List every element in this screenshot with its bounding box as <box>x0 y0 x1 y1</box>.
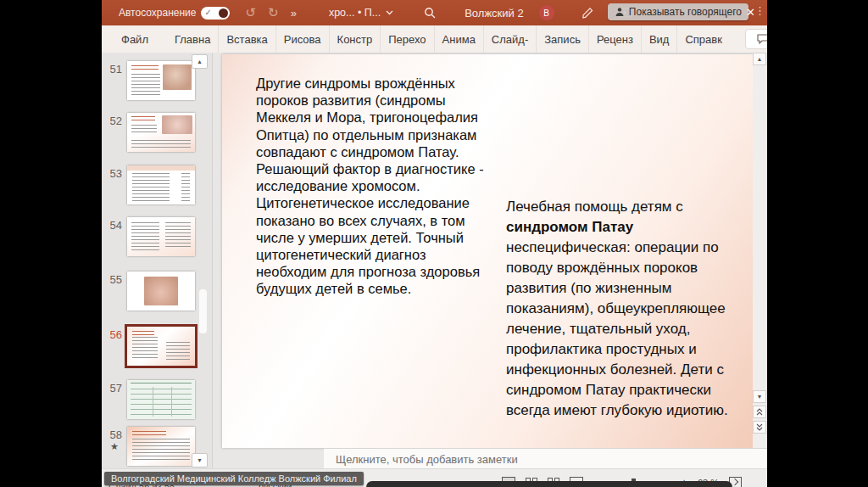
thumbnail-scrollbar-thumb[interactable] <box>199 289 207 333</box>
tab-review[interactable]: Реценз <box>589 25 642 53</box>
right-text-suffix: неспецифическая: операции по поводу врож… <box>506 239 728 418</box>
draw-pen-icon[interactable] <box>581 7 594 20</box>
kebab-menu-icon[interactable]: ⋮ <box>754 4 765 17</box>
slide-number: 51 <box>102 63 122 76</box>
powerpoint-window: Автосохранение ✓ ↺ ↻ » хро... • П... Вол… <box>102 0 767 487</box>
right-text-prefix: Лечебная помощь детям с <box>506 199 683 215</box>
slide-thumbnail-52[interactable] <box>127 113 195 152</box>
slide-thumbnail-56-selected[interactable] <box>127 327 195 366</box>
slide-thumbnail-55[interactable] <box>127 271 195 311</box>
double-chevron-up-icon <box>756 408 763 416</box>
slide-canvas[interactable]: Другие синдромы врождённых пороков разви… <box>222 54 753 448</box>
slide-number: 57 <box>102 382 122 395</box>
slide-number: 54 <box>102 219 122 232</box>
tab-transitions[interactable]: Перехо <box>381 25 434 53</box>
check-icon: ✓ <box>204 8 211 17</box>
animation-star-icon: ★ <box>110 441 119 452</box>
notes-placeholder: Щелкните, чтобы добавить заметки <box>336 453 518 466</box>
tab-file[interactable]: Файл <box>114 25 167 53</box>
tab-slideshow[interactable]: Слайд- <box>484 25 537 53</box>
ribbon-action-buttons <box>745 29 767 49</box>
tab-view[interactable]: Вид <box>642 25 678 53</box>
thumbnail-scroll-down-button[interactable]: ▼ <box>192 453 208 467</box>
account-name[interactable]: Волжский 2 <box>465 7 523 20</box>
autosave-label: Автосохранение <box>119 7 196 19</box>
tab-animations[interactable]: Анима <box>435 25 484 53</box>
main-area: 51 52 53 <box>102 53 767 468</box>
tab-help[interactable]: Справк <box>677 25 729 53</box>
tab-home[interactable]: Главна <box>167 25 219 53</box>
taskbar-tooltip: Волгоградский Медицинский Колледж Волжск… <box>104 472 364 485</box>
slide-number: 58 <box>102 428 122 441</box>
overlay-label: Показывать говорящего <box>629 6 742 18</box>
person-icon <box>615 7 625 17</box>
quick-access-toolbar: ↺ ↻ <box>245 5 278 20</box>
search-icon[interactable] <box>424 7 436 19</box>
document-title[interactable]: хро... • П... <box>329 7 393 19</box>
slide-thumbnail-58[interactable] <box>127 427 195 466</box>
comment-icon <box>757 34 767 44</box>
autosave-switch-icon[interactable]: ✓ <box>201 7 230 20</box>
scroll-down-button[interactable]: ▼ <box>753 390 766 403</box>
slide-text-left[interactable]: Другие синдромы врождённых пороков разви… <box>256 75 493 298</box>
scroll-up-button[interactable]: ▲ <box>753 53 766 65</box>
next-slide-button[interactable] <box>753 421 766 434</box>
bottom-overlay-strip <box>366 481 732 487</box>
redo-icon[interactable]: ↻ <box>268 5 279 20</box>
slide-thumbnail-51[interactable] <box>127 61 195 100</box>
show-speaker-overlay[interactable]: Показывать говорящего <box>608 3 748 20</box>
slide-number: 55 <box>102 273 122 286</box>
tab-design[interactable]: Констр <box>330 25 381 53</box>
slide-thumbnail-57[interactable] <box>127 380 195 419</box>
ribbon-tab-bar: Файл Главна Вставка Рисова Констр Перехо… <box>102 25 767 53</box>
slide-editor: Другие синдромы врождённых пороков разви… <box>213 53 767 468</box>
slide-thumbnail-54[interactable] <box>127 217 195 256</box>
slide-number: 53 <box>102 167 122 180</box>
undo-icon[interactable]: ↺ <box>245 5 256 20</box>
letterbox-stage: Автосохранение ✓ ↺ ↻ » хро... • П... Вол… <box>0 0 868 487</box>
notes-pane[interactable]: Щелкните, чтобы добавить заметки <box>324 448 767 469</box>
chevron-down-icon <box>386 10 393 15</box>
thumbnail-scroll-up-button[interactable]: ▲ <box>192 54 208 69</box>
comments-button[interactable] <box>745 29 767 49</box>
presence-badge[interactable]: В <box>539 5 554 20</box>
slide-thumbnail-panel: 51 52 53 <box>102 53 213 468</box>
tab-record[interactable]: Запись <box>537 25 589 53</box>
tab-draw[interactable]: Рисова <box>276 25 330 53</box>
toggle-knob <box>219 8 228 18</box>
right-text-bold: синдромом Патау <box>506 219 633 235</box>
tab-insert[interactable]: Вставка <box>219 25 275 53</box>
slide-thumbnail-53[interactable] <box>127 165 195 204</box>
autosave-toggle[interactable]: Автосохранение ✓ <box>119 7 230 20</box>
editor-scrollbar[interactable]: ▲ ▼ <box>753 53 766 448</box>
double-chevron-down-icon <box>756 423 763 431</box>
previous-slide-button[interactable] <box>753 406 766 418</box>
slide-number: 52 <box>102 115 122 127</box>
titlebar: Автосохранение ✓ ↺ ↻ » хро... • П... Вол… <box>102 0 767 25</box>
slide-text-right[interactable]: Лечебная помощь детям с синдромом Патау … <box>506 197 738 421</box>
slide-number-selected: 56 <box>102 328 122 341</box>
document-title-text: хро... • П... <box>329 7 381 19</box>
more-commands-icon[interactable]: » <box>291 7 297 20</box>
